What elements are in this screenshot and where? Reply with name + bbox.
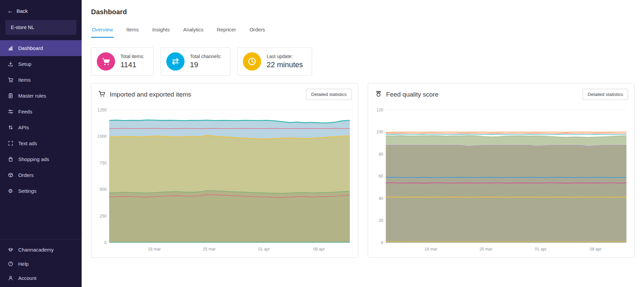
sidebar-item-label: Shopping ads — [18, 156, 49, 162]
sidebar-item-label: Settings — [18, 188, 36, 194]
help-icon: ? — [7, 261, 13, 267]
stat-value: 19 — [190, 60, 221, 69]
line-orange-line — [386, 132, 626, 132]
sidebar-item-label: Items — [18, 77, 31, 83]
sliders-icon — [7, 109, 13, 115]
sidebar-item-apis[interactable]: APIs — [0, 120, 82, 135]
tab-orders[interactable]: Orders — [249, 25, 266, 38]
y-tick-label: 1250 — [97, 108, 107, 112]
x-tick-label: 08 apr — [313, 247, 325, 252]
sidebar-item-label: Master rules — [18, 93, 46, 99]
x-tick-label: 08 apr — [590, 247, 601, 252]
tab-overview[interactable]: Overview — [91, 25, 114, 38]
x-tick-label: 18 mar — [424, 247, 437, 252]
y-tick-label: 20 — [379, 218, 383, 223]
page-title: Dashboard — [91, 8, 635, 16]
back-button[interactable]: ← Back — [0, 0, 82, 19]
sidebar-item-help[interactable]: ? Help — [0, 257, 82, 271]
y-tick-label: 500 — [100, 187, 107, 192]
panels-row: Imported and exported items Detailed sta… — [91, 83, 635, 258]
imported-exported-chart-canvas: 02505007501000125018 mar25 mar01 apr08 a… — [93, 105, 355, 254]
sidebar-item-label: Help — [18, 261, 29, 267]
sidebar-nav: Dashboard Setup Items Master rules Feeds — [0, 40, 82, 199]
arrows-vertical-icon — [7, 125, 13, 131]
x-tick-label: 01 apr — [258, 247, 270, 252]
tab-analytics[interactable]: Analytics — [183, 25, 204, 38]
stats-row: Total items: 1141 Total channels: 19 Las… — [91, 47, 635, 76]
store-name: E-store NL — [11, 25, 34, 30]
sidebar-item-shopping-ads[interactable]: Shopping ads — [0, 151, 82, 167]
sidebar-footer: Channacademy ? Help Account — [0, 239, 82, 287]
sidebar-item-text-ads[interactable]: Text ads — [0, 135, 82, 151]
back-label: Back — [17, 8, 28, 14]
package-icon — [7, 172, 13, 178]
store-selector[interactable]: E-store NL — [5, 20, 76, 35]
line-red-line — [386, 133, 626, 134]
feed-quality-chart: 02040608010012018 mar25 mar01 apr08 apr — [368, 103, 635, 254]
sidebar-item-label: Channacademy — [18, 247, 54, 253]
stat-card-total-items: Total items: 1141 — [91, 47, 154, 76]
panel-header: Feed quality score Detailed statistics — [368, 83, 635, 103]
sidebar-item-channacademy[interactable]: Channacademy — [0, 242, 82, 257]
x-tick-label: 01 apr — [535, 247, 546, 252]
detailed-statistics-button[interactable]: Detailed statistics — [306, 89, 352, 100]
cart-icon — [97, 52, 115, 71]
feed-quality-chart-canvas: 02040608010012018 mar25 mar01 apr08 apr — [370, 105, 631, 254]
bar-chart-icon — [7, 45, 13, 51]
y-tick-label: 0 — [381, 240, 383, 245]
tab-insights[interactable]: Insights — [151, 25, 170, 38]
detailed-statistics-button[interactable]: Detailed statistics — [583, 89, 628, 100]
stat-card-last-update: Last update: 22 minutes — [237, 47, 312, 76]
sidebar-item-label: Setup — [18, 61, 31, 67]
sidebar-item-items[interactable]: Items — [0, 72, 82, 88]
line-blue-line — [386, 177, 626, 178]
sidebar-item-settings[interactable]: ⚙ Settings — [0, 183, 82, 199]
y-tick-label: 750 — [100, 161, 107, 165]
clock-icon — [243, 52, 261, 71]
y-tick-label: 0 — [104, 240, 107, 245]
medal-icon — [375, 90, 382, 99]
tab-repricer[interactable]: Repricer — [216, 25, 237, 38]
area-mauve-line — [386, 145, 626, 242]
sidebar-item-setup[interactable]: Setup — [0, 56, 82, 72]
stat-value: 22 minutes — [267, 60, 303, 69]
tab-bar: Overview Items Insights Analytics Repric… — [91, 25, 635, 38]
y-tick-label: 40 — [379, 196, 383, 201]
stat-label: Total channels: — [190, 54, 221, 59]
y-tick-label: 60 — [379, 174, 383, 179]
expand-icon — [7, 140, 13, 147]
stat-label: Total items: — [120, 54, 144, 59]
panel-header: Imported and exported items Detailed sta… — [91, 83, 358, 103]
sidebar-item-feeds[interactable]: Feeds — [0, 104, 82, 120]
line-upper-red-line — [109, 128, 350, 129]
shopping-bag-icon — [7, 156, 13, 162]
sidebar-item-label: Dashboard — [18, 45, 43, 51]
y-tick-label: 250 — [100, 214, 107, 218]
stat-card-total-channels: Total channels: 19 — [161, 47, 230, 76]
sidebar: ← Back E-store NL Dashboard Setup Items — [0, 0, 82, 287]
sidebar-item-dashboard[interactable]: Dashboard — [0, 40, 82, 56]
back-arrow-icon: ← — [7, 8, 13, 14]
y-tick-label: 120 — [376, 108, 383, 112]
download-icon — [7, 61, 13, 67]
x-tick-label: 25 mar — [479, 247, 492, 252]
panel-title: Feed quality score — [386, 91, 439, 98]
x-tick-label: 18 mar — [148, 247, 161, 252]
panel-feed-quality: Feed quality score Detailed statistics 0… — [368, 83, 635, 258]
panel-imported-exported: Imported and exported items Detailed sta… — [91, 83, 358, 258]
main-content: Dashboard Overview Items Insights Analyt… — [82, 0, 644, 287]
panel-title: Imported and exported items — [110, 91, 191, 98]
sidebar-item-account[interactable]: Account — [0, 271, 82, 285]
sidebar-item-label: APIs — [18, 125, 29, 130]
x-tick-label: 25 mar — [203, 247, 216, 252]
y-tick-label: 1000 — [97, 134, 107, 139]
tab-items[interactable]: Items — [126, 25, 140, 38]
sidebar-item-label: Orders — [18, 172, 34, 178]
exchange-arrows-icon — [166, 52, 185, 71]
sidebar-item-master-rules[interactable]: Master rules — [0, 88, 82, 104]
academy-icon — [7, 246, 13, 253]
sidebar-item-orders[interactable]: Orders — [0, 167, 82, 183]
sidebar-item-label: Text ads — [18, 140, 37, 146]
gear-icon: ⚙ — [7, 188, 13, 194]
line-yellow-line — [386, 197, 626, 197]
